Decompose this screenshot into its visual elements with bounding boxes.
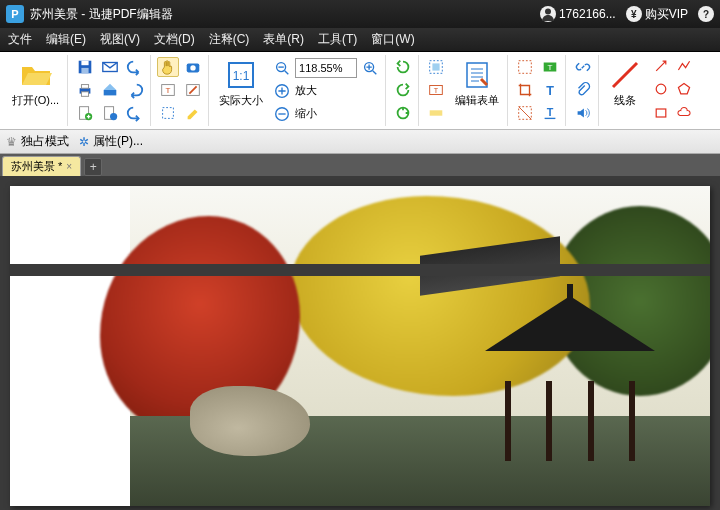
tab-bar: 苏州美景 * × + bbox=[0, 154, 720, 176]
zoom-in-step-button[interactable] bbox=[359, 58, 381, 78]
menu-form[interactable]: 表单(R) bbox=[263, 31, 304, 48]
svg-text:T: T bbox=[166, 86, 171, 95]
group-shapes: 线条 bbox=[601, 55, 698, 126]
svg-text:T: T bbox=[434, 86, 439, 95]
rotate-view-button[interactable] bbox=[392, 103, 414, 123]
user-icon bbox=[540, 6, 556, 22]
zoom-out-step-button[interactable] bbox=[271, 58, 293, 78]
menu-annotate[interactable]: 注释(C) bbox=[209, 31, 250, 48]
undo-button[interactable] bbox=[124, 57, 146, 77]
actual-size-icon: 1:1 bbox=[225, 59, 257, 91]
redo-button[interactable] bbox=[124, 80, 146, 100]
svg-rect-6 bbox=[81, 85, 88, 89]
folder-open-icon bbox=[20, 59, 52, 91]
group-tools: T bbox=[153, 55, 209, 126]
audio-button[interactable] bbox=[572, 103, 594, 123]
rectangle-shape-button[interactable] bbox=[651, 104, 671, 122]
page-settings-button[interactable] bbox=[99, 103, 121, 123]
lines-button[interactable]: 线条 bbox=[605, 57, 645, 124]
text-box-button[interactable]: T bbox=[539, 57, 561, 77]
redo-alt-button[interactable] bbox=[124, 103, 146, 123]
group-annotate: T T T bbox=[510, 55, 566, 126]
new-tab-button[interactable]: + bbox=[84, 158, 102, 176]
rotate-right-button[interactable] bbox=[392, 80, 414, 100]
snapshot-button[interactable] bbox=[182, 57, 204, 77]
user-account[interactable]: 1762166... bbox=[540, 6, 616, 22]
new-page-button[interactable] bbox=[74, 103, 96, 123]
pentagon-shape-button[interactable] bbox=[674, 80, 694, 98]
document-tab[interactable]: 苏州美景 * × bbox=[2, 156, 81, 176]
buy-vip-button[interactable]: ¥ 购买VIP bbox=[626, 6, 688, 23]
rotate-left-button[interactable] bbox=[392, 57, 414, 77]
area-select-button[interactable] bbox=[514, 57, 536, 77]
property-bar: ♛ 独占模式 ✲ 属性(P)... bbox=[0, 130, 720, 154]
properties-button[interactable]: ✲ 属性(P)... bbox=[79, 133, 143, 150]
zoom-out-label: 缩小 bbox=[295, 106, 317, 121]
group-quick bbox=[70, 55, 151, 126]
currency-icon: ¥ bbox=[626, 6, 642, 22]
hand-tool-button[interactable] bbox=[157, 57, 179, 77]
line-icon bbox=[609, 59, 641, 91]
circle-shape-button[interactable] bbox=[651, 80, 671, 98]
zoom-in-button[interactable] bbox=[271, 81, 293, 101]
svg-point-12 bbox=[110, 113, 117, 120]
save-button[interactable] bbox=[74, 57, 96, 77]
menu-view[interactable]: 视图(V) bbox=[100, 31, 140, 48]
menu-file[interactable]: 文件 bbox=[8, 31, 32, 48]
group-zoom: 1:1 实际大小 放大 缩小 bbox=[211, 55, 386, 126]
svg-text:T: T bbox=[547, 106, 554, 118]
edit-form-button[interactable]: 编辑表单 bbox=[451, 57, 503, 124]
svg-rect-32 bbox=[519, 61, 532, 74]
form-text-button[interactable]: T bbox=[425, 80, 447, 100]
menubar: 文件 编辑(E) 视图(V) 文档(D) 注释(C) 表单(R) 工具(T) 窗… bbox=[0, 28, 720, 52]
help-icon: ? bbox=[698, 6, 714, 22]
text-tool-button[interactable]: T bbox=[539, 80, 561, 100]
open-button[interactable]: 打开(O)... bbox=[8, 57, 63, 110]
group-rotate bbox=[388, 55, 419, 126]
select-button[interactable] bbox=[157, 103, 179, 123]
document-viewer[interactable] bbox=[0, 176, 720, 510]
attachment-button[interactable] bbox=[572, 80, 594, 100]
tab-label: 苏州美景 * bbox=[11, 159, 62, 174]
cloud-shape-button[interactable] bbox=[674, 104, 694, 122]
svg-rect-3 bbox=[81, 68, 88, 73]
gear-icon: ✲ bbox=[79, 135, 89, 149]
svg-rect-27 bbox=[432, 63, 439, 70]
measure-button[interactable] bbox=[514, 103, 536, 123]
svg-rect-8 bbox=[104, 90, 117, 95]
edit-object-button[interactable] bbox=[182, 80, 204, 100]
crop-button[interactable] bbox=[514, 80, 536, 100]
menu-tools[interactable]: 工具(T) bbox=[318, 31, 357, 48]
menu-window[interactable]: 窗口(W) bbox=[371, 31, 414, 48]
scan-button[interactable] bbox=[99, 80, 121, 100]
polyline-shape-button[interactable] bbox=[674, 57, 694, 75]
form-highlight-button[interactable] bbox=[425, 103, 447, 123]
menu-document[interactable]: 文档(D) bbox=[154, 31, 195, 48]
actual-size-button[interactable]: 1:1 实际大小 bbox=[215, 57, 267, 124]
edit-form-icon bbox=[461, 59, 493, 91]
app-icon: P bbox=[6, 5, 24, 23]
svg-rect-39 bbox=[656, 109, 666, 117]
zoom-input[interactable] bbox=[295, 58, 357, 78]
svg-point-38 bbox=[656, 85, 666, 95]
arrow-shape-button[interactable] bbox=[651, 57, 671, 75]
close-tab-icon[interactable]: × bbox=[66, 161, 72, 172]
edit-text-button[interactable]: T bbox=[157, 80, 179, 100]
svg-rect-30 bbox=[430, 110, 443, 115]
svg-text:T: T bbox=[546, 84, 554, 98]
exclusive-mode-toggle[interactable]: ♛ 独占模式 bbox=[6, 133, 69, 150]
window-title: 苏州美景 - 迅捷PDF编辑器 bbox=[30, 6, 173, 23]
print-button[interactable] bbox=[74, 80, 96, 100]
email-button[interactable] bbox=[99, 57, 121, 77]
underline-text-button[interactable]: T bbox=[539, 103, 561, 123]
page-image bbox=[130, 186, 710, 506]
highlight-button[interactable] bbox=[182, 103, 204, 123]
link-button[interactable] bbox=[572, 57, 594, 77]
zoom-out-button[interactable] bbox=[271, 104, 293, 124]
form-field-button[interactable] bbox=[425, 57, 447, 77]
menu-edit[interactable]: 编辑(E) bbox=[46, 31, 86, 48]
svg-rect-18 bbox=[163, 108, 174, 119]
help-button[interactable]: ? bbox=[698, 6, 714, 22]
zoom-in-label: 放大 bbox=[295, 83, 317, 98]
toolbar: 打开(O)... T 1:1 实际大小 bbox=[0, 52, 720, 130]
